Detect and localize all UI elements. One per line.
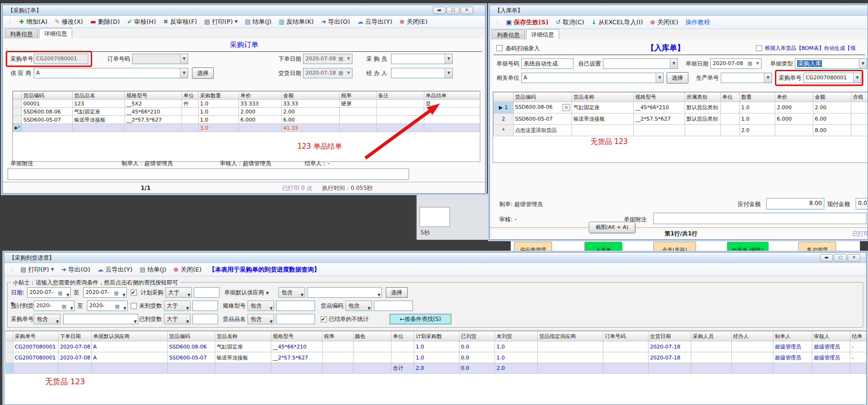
supplier-filter-combo[interactable]: ▼ [307, 287, 382, 298]
arrived-qty-field[interactable] [192, 314, 218, 324]
table-row-selected[interactable]: ▶ 1 SSD600.08-06✕ 气缸固定座__45*66*210 默认货品类… [494, 102, 868, 113]
date-to-field[interactable]: 2020-07-08▦▼ [83, 287, 127, 298]
po-number-field[interactable]: CG2007080001 [34, 54, 88, 64]
purchase-order-titlebar[interactable]: 【采购订单】 ▬ ▢ ✕ [3, 5, 485, 16]
note-field[interactable] [8, 169, 409, 180]
date-from-field[interactable]: 2020-07-01▦▼ [27, 287, 71, 298]
print-button[interactable]: ▤打印(P)▼ [20, 265, 54, 274]
save-button[interactable]: ▣保存生效(S) [506, 18, 549, 27]
excel-import-button[interactable]: ↓从EXCEL导入(I) [591, 18, 643, 27]
supplier-combo[interactable]: A▼ [34, 68, 188, 78]
chevron-down-icon: ▼ [180, 54, 188, 64]
po-number-combo[interactable]: CG2007080001▼ [803, 73, 861, 83]
pending-op-combo[interactable]: 大于▼ [164, 301, 191, 311]
close-icon[interactable]: ✕ [848, 254, 860, 262]
module-stockin-button[interactable]: 入库单 [584, 242, 622, 252]
supplier-contain-combo[interactable]: 包含▼ [278, 287, 305, 298]
code-filter-field[interactable] [374, 301, 413, 311]
choose-supplier-button[interactable]: 选择 [192, 67, 214, 79]
export-button[interactable]: ➔导出(O) [61, 265, 90, 274]
table-row[interactable]: CG20070800012020-07-08 ASSD600-05-07 输送带… [6, 352, 867, 363]
name-contain-combo[interactable]: 包含▼ [248, 314, 274, 324]
cancel-button[interactable]: ↺取消(C) [556, 18, 584, 27]
custom-set-combo[interactable]: ▼ [603, 58, 678, 69]
print-button[interactable]: ▤打印(P)▼ [204, 18, 238, 26]
module-customer-button[interactable]: 客户管理 [798, 242, 836, 252]
choose-unit-button[interactable]: 选择 [667, 72, 688, 84]
arrived-op-combo[interactable]: 大于▼ [164, 314, 191, 324]
exclude-closed-checkbox[interactable]: ✔ [321, 316, 327, 322]
agent-combo[interactable]: ▼ [391, 68, 453, 78]
po-contain-combo[interactable]: 包含▼ [34, 314, 60, 324]
close-bill-button[interactable]: ▤结单(J) [245, 18, 271, 26]
tutorial-link[interactable]: 操作教程 [686, 18, 710, 27]
module-stockout-button[interactable]: 出库单 (销售) [727, 242, 769, 252]
plan-qty-field[interactable] [194, 287, 219, 298]
spec-filter-field[interactable] [276, 301, 315, 311]
cloud-export-button[interactable]: ☁云导出(Y) [357, 18, 392, 26]
add-button[interactable]: ✚增加(A) [19, 18, 48, 26]
unaudit-button[interactable]: ✖反审核(F) [163, 18, 197, 26]
order-number-combo[interactable]: ▼ [132, 54, 188, 64]
tab-list-info[interactable]: 列表信息 [5, 28, 38, 38]
po-filter-combo[interactable]: ▼ [63, 314, 138, 324]
production-order-combo[interactable]: ▼ [721, 73, 772, 83]
date-filter-checkbox[interactable]: ✔ [131, 290, 137, 296]
plan-op-combo[interactable]: 大于▼ [165, 287, 192, 298]
code-contain-combo[interactable]: 包含▼ [345, 301, 372, 311]
pending-qty-field[interactable] [192, 301, 218, 311]
close-window-button[interactable]: ⊗关闭(E) [173, 265, 201, 274]
name-filter-field[interactable] [276, 314, 315, 324]
table-row[interactable]: SSD600-05-07输送带连接板 __2*57.5*627 1.06.000… [13, 116, 480, 124]
bill-type-combo[interactable]: 采购入库▼ [795, 58, 867, 69]
bom-checkbox[interactable] [756, 45, 762, 51]
close-window-button[interactable]: ⊗关闭(E) [650, 18, 678, 27]
payable-field[interactable]: 8.00 [766, 198, 824, 209]
delivery-date-label: 交货日期 [278, 68, 301, 78]
table-row[interactable]: 2 SSD600-05-07输送带连接板 __2*57.5*627默认货品类别 … [494, 113, 868, 125]
expect-filter-checkbox[interactable] [131, 303, 137, 309]
paid-field[interactable]: 0.0 [856, 198, 868, 209]
delete-button[interactable]: ▬删除(D) [90, 18, 120, 26]
barcode-checkbox[interactable] [496, 45, 503, 51]
add-item-row[interactable]: * 点击这里添加货品 2.0 8.00 [494, 125, 868, 136]
minimize-icon[interactable]: ▬ [433, 7, 446, 14]
date-filter-label[interactable]: 日期: ▼ [11, 287, 27, 298]
table-row[interactable]: 00001123 __5X2件 1.033.333 33.33硬屏 是 [13, 100, 480, 108]
close-window-button[interactable]: ⊗关闭(E) [400, 18, 428, 26]
buyer-combo[interactable]: ▼ [391, 54, 453, 64]
table-row[interactable]: SSD600.08-06气缸固定座 __45*66*210 1.02.000 2… [13, 108, 480, 116]
order-date-field[interactable]: 2020-07-08▦▼ [303, 54, 353, 64]
note-field[interactable] [653, 213, 867, 224]
table-row[interactable]: CG20070800012020-07-08 ASSD600.08-06 气缸固… [6, 341, 867, 352]
close-icon[interactable]: ✕ [460, 7, 473, 14]
delete-row-icon[interactable]: ✕ [563, 104, 570, 111]
cloud-export-button[interactable]: ☁云导出(Y) [97, 265, 133, 274]
screenshot-button[interactable]: 截图(Alt + A) [589, 222, 635, 233]
arrival-progress-titlebar[interactable]: 【采购到货进度】 ▬ ▢ ✕ [4, 253, 866, 263]
unclose-bill-button[interactable]: ▥反结单(K) [278, 18, 314, 26]
bill-number-field[interactable]: 系统自动生成 [521, 58, 573, 69]
audit-button[interactable]: ✔审核(H) [127, 18, 156, 26]
bill-date-field[interactable]: 2020-07-08▦▼ [710, 58, 762, 69]
tab-list-info[interactable]: 列表信息 [492, 29, 525, 39]
tab-detail-info[interactable]: 详细信息 [526, 29, 559, 39]
spec-contain-combo[interactable]: 包含▼ [248, 301, 274, 311]
module-warehouse-button[interactable]: 仓库(库存) [653, 242, 696, 252]
choose-button[interactable]: 选择 [386, 287, 408, 298]
minimize-icon[interactable]: ▬ [820, 254, 833, 262]
module-supplier-button[interactable]: 供应商管理 [514, 242, 552, 252]
edit-button[interactable]: ✎修改(X) [55, 18, 83, 26]
export-button[interactable]: ➔导出(O) [321, 18, 350, 26]
expect-to-field[interactable]: 2020-07-08▦▼ [87, 301, 128, 311]
tab-detail-info[interactable]: 详细信息 [39, 28, 72, 38]
supplier-filter-label[interactable]: 单据默认供应商 ▼ [224, 287, 277, 298]
search-button[interactable]: ←按条件查找(S) [390, 314, 451, 324]
related-unit-combo[interactable]: A▼ [521, 73, 664, 83]
maximize-icon[interactable]: ▢ [447, 7, 459, 14]
maximize-icon[interactable]: ▢ [834, 254, 847, 262]
close-bill-button[interactable]: ▤结单(J) [140, 265, 166, 274]
expect-from-field[interactable]: 2020-07-08▦▼ [34, 301, 75, 311]
stockin-titlebar[interactable]: 【入库单】 [490, 5, 868, 16]
delivery-date-field[interactable]: 2020-07-18▦▼ [303, 68, 353, 78]
